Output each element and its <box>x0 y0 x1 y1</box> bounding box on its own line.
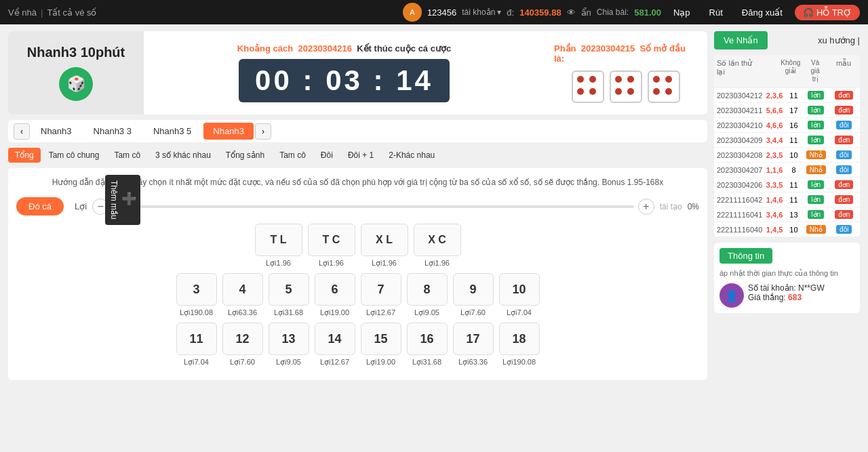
bet-option-0[interactable]: T LLợi1.96 <box>255 224 302 268</box>
bet-percent: 0% <box>688 202 699 211</box>
bet-num-16[interactable]: 16Lợi31.68 <box>407 323 448 367</box>
bet-num-5[interactable]: 5Lợi31.68 <box>269 273 309 317</box>
tab-next-button[interactable]: › <box>255 123 271 140</box>
dang-xuat-button[interactable]: Đăng xuất <box>735 5 789 20</box>
game-header: Nhanh3 10phút 🎲 Khoảng cách 20230304216 … <box>8 31 707 115</box>
all-link[interactable]: Tất cả vé số <box>47 7 96 18</box>
subtab-item-2[interactable]: Tam cô <box>107 148 147 163</box>
support-button[interactable]: 🎧 HỖ TRỢ <box>795 5 860 20</box>
bet-slider[interactable] <box>113 205 634 208</box>
topnav-left: Về nhà | Tất cả vé số <box>8 7 97 18</box>
subtab-item-7[interactable]: Đôi + 1 <box>341 148 380 163</box>
do-ca-button[interactable]: Đó cá <box>16 197 64 215</box>
user-win: Giá thắng: 683 <box>748 293 825 302</box>
timer-round: 20230304216 <box>298 43 352 54</box>
tab-prev-button[interactable]: ‹ <box>14 123 30 140</box>
bet-option-2[interactable]: X LLợi1.96 <box>361 224 408 268</box>
game-icon: 🎲 <box>59 67 93 101</box>
bet-slider-container: − + <box>92 199 654 215</box>
bet-num-6[interactable]: 6Lợi19.00 <box>315 273 355 317</box>
balance-hidden: ẩn <box>581 7 591 18</box>
tabs-row: ‹ Nhanh3Nhanh3 3Nhanh3 5Nhanh3 › <box>8 120 707 142</box>
tab-item-1[interactable]: Nhanh3 3 <box>84 123 141 140</box>
result-table-body: 20230304212 2,3,6 11 lớn đơn 20230304211… <box>714 88 860 237</box>
game-timer-block: Khoảng cách 20230304216 Kết thúc cuộc cá… <box>144 37 545 109</box>
col-count-header: Không giải <box>781 59 800 83</box>
bet-num-13[interactable]: 13Lợi9.05 <box>269 323 309 367</box>
bet-options-row1: T LLợi1.96T CLợi1.96X LLợi1.96X CLợi1.96 <box>16 224 699 268</box>
right-top: Ve Nhấn xu hướng | <box>714 31 860 49</box>
table-row: 22211116040 1,4,5 10 Nhỏ đôi <box>714 222 860 237</box>
dice-2 <box>610 70 642 103</box>
bet-num-8[interactable]: 8Lợi9.05 <box>407 273 448 317</box>
table-row: 20230304209 3,4,4 11 lớn đơn <box>714 133 860 148</box>
subtab-item-5[interactable]: Tam cô <box>273 148 313 163</box>
xu-huong-link[interactable]: xu hướng | <box>818 35 860 45</box>
tai-tao-label: tái tạo <box>660 202 682 211</box>
thong-tin-avatar: 👤 <box>719 283 744 308</box>
result-table: Số lần thử lại Không giải Và giá trị mẫu… <box>714 55 860 237</box>
subtab-item-0[interactable]: Tổng <box>8 148 41 163</box>
subtab-item-1[interactable]: Tam cô chung <box>42 148 106 163</box>
bet-option-1[interactable]: T CLợi1.96 <box>308 224 355 268</box>
tab-item-0[interactable]: Nhanh3 <box>31 123 81 140</box>
subtab-item-4[interactable]: Tổng sảnh <box>219 148 271 163</box>
tab-item-2[interactable]: Nhanh3 5 <box>144 123 201 140</box>
bet-num-7[interactable]: 7Lợi12.67 <box>361 273 401 317</box>
col-nums-header <box>757 59 779 83</box>
table-row: 20230304206 3,3,5 11 lớn đơn <box>714 178 860 192</box>
account-dropdown[interactable]: tài khoản ▾ <box>462 7 501 17</box>
result-label: Phần 20230304215 Số mở đầu là: <box>554 43 698 64</box>
timer-display: 00 : 03 : 14 <box>239 59 450 102</box>
thong-tin-section: Thông tin áp nhật thời gian thực của thô… <box>714 243 860 313</box>
rut-button[interactable]: Rút <box>703 5 730 20</box>
table-row: 20230304211 5,6,6 17 lớn đơn <box>714 103 860 118</box>
thong-tin-user: 👤 Số tài khoản: N**GW Giá thắng: 683 <box>719 283 854 308</box>
result-round: 20230304215 <box>581 43 635 54</box>
bet-num-14[interactable]: 14Lợi12.67 <box>315 323 355 367</box>
subtab-item-3[interactable]: 3 số khác nhau <box>149 148 218 163</box>
table-row: 22211116041 3,4,6 13 lớn đơn <box>714 207 860 222</box>
bet-num-4[interactable]: 4Lợi63.36 <box>222 273 263 317</box>
table-row: 20230304208 2,3,5 10 Nhỏ đôi <box>714 148 860 163</box>
bet-num-11[interactable]: 11Lợi7.04 <box>176 323 217 367</box>
subtab-item-6[interactable]: Đôi <box>314 148 340 163</box>
right-panel: Ve Nhấn xu hướng | Số lần thử lại Không … <box>714 31 860 380</box>
topnav: Về nhà | Tất cả vé số A 123456 tài khoản… <box>0 0 868 24</box>
col-sample-header: mẫu <box>830 59 857 83</box>
bet-numbers-row2: 11Lợi7.0412Lợi7.6013Lợi9.0514Lợi12.6715L… <box>16 323 699 367</box>
table-row: 22211116042 1,4,6 11 lớn đơn <box>714 192 860 207</box>
avatar: A <box>403 3 422 22</box>
tab-item-3[interactable]: Nhanh3 <box>203 123 254 140</box>
col-round-header: Số lần thử lại <box>717 59 756 83</box>
them-mau-label: Thêm mầu <box>109 180 119 220</box>
bet-num-12[interactable]: 12Lợi7.60 <box>222 323 263 367</box>
nap-button[interactable]: Nạp <box>667 5 697 20</box>
thong-tin-button[interactable]: Thông tin <box>719 248 772 264</box>
bet-num-18[interactable]: 18Lợi190.08 <box>499 323 540 367</box>
thong-tin-info: Số tài khoản: N**GW Giá thắng: 683 <box>748 283 825 302</box>
bet-num-15[interactable]: 15Lợi19.00 <box>361 323 401 367</box>
balance-eye[interactable]: 👁 <box>567 7 576 18</box>
tabs-container: Nhanh3Nhanh3 3Nhanh3 5Nhanh3 <box>31 123 254 140</box>
bet-option-3[interactable]: X CLợi1.96 <box>414 224 461 268</box>
user-account: Số tài khoản: N**GW <box>748 283 825 293</box>
username: 123456 <box>427 7 456 18</box>
bet-num-10[interactable]: 10Lợi7.04 <box>499 273 540 317</box>
home-link[interactable]: Về nhà <box>8 7 37 18</box>
bet-num-9[interactable]: 9Lợi7.60 <box>453 273 494 317</box>
game-title: Nhanh3 10phút <box>27 45 125 60</box>
subtabs-row: TổngTam cô chungTam cô3 số khác nhauTổng… <box>8 148 707 163</box>
balance-prefix: đ: <box>507 7 514 18</box>
ve-nhan-button[interactable]: Ve Nhấn <box>714 31 768 49</box>
bet-num-3[interactable]: 3Lợi190.08 <box>176 273 217 317</box>
table-header: Số lần thử lại Không giải Và giá trị mẫu <box>714 55 860 88</box>
bet-num-17[interactable]: 17Lợi63.36 <box>453 323 494 367</box>
balance: 140359.88 <box>519 7 561 18</box>
topnav-center: A 123456 tài khoản ▾ đ: 140359.88 👁 ẩn C… <box>403 3 860 22</box>
table-row: 20230304207 1,1,6 8 Nhỏ đôi <box>714 163 860 178</box>
them-mau-sidebar[interactable]: ➕ Thêm mầu <box>105 175 140 225</box>
col-val-header: Và giá trị <box>802 59 829 83</box>
subtab-item-8[interactable]: 2-Khác nhau <box>382 148 441 163</box>
slider-plus-button[interactable]: + <box>638 199 654 215</box>
